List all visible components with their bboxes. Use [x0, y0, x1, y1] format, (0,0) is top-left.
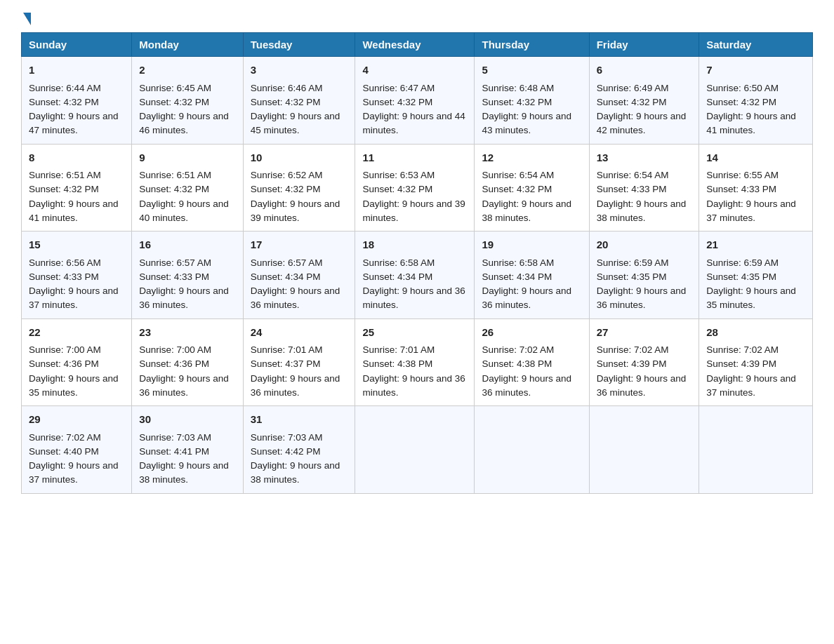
- day-number: 21: [706, 237, 805, 253]
- sunrise-text: Sunrise: 7:00 AM: [139, 344, 211, 355]
- sunrise-text: Sunrise: 6:45 AM: [139, 83, 211, 93]
- sunrise-text: Sunrise: 6:58 AM: [362, 257, 435, 268]
- sunset-text: Sunset: 4:33 PM: [29, 271, 99, 282]
- sunset-text: Sunset: 4:33 PM: [139, 271, 209, 282]
- daylight-text: Daylight: 9 hours and 36 minutes.: [139, 286, 229, 310]
- sunrise-text: Sunrise: 6:58 AM: [482, 257, 554, 268]
- calendar-cell: 23Sunrise: 7:00 AMSunset: 4:36 PMDayligh…: [132, 318, 243, 406]
- sunset-text: Sunset: 4:40 PM: [29, 446, 99, 457]
- col-sunday: Sunday: [22, 33, 132, 57]
- sunset-text: Sunset: 4:32 PM: [597, 97, 667, 107]
- calendar-cell: 19Sunrise: 6:58 AMSunset: 4:34 PMDayligh…: [475, 232, 589, 319]
- sunrise-text: Sunrise: 6:59 AM: [597, 257, 669, 268]
- daylight-text: Daylight: 9 hours and 45 minutes.: [251, 111, 340, 135]
- sunset-text: Sunset: 4:32 PM: [139, 97, 209, 107]
- sunrise-text: Sunrise: 6:44 AM: [29, 83, 101, 93]
- daylight-text: Daylight: 9 hours and 36 minutes.: [362, 286, 465, 310]
- calendar-cell: [475, 406, 589, 494]
- day-number: 8: [29, 150, 124, 166]
- sunset-text: Sunset: 4:32 PM: [706, 97, 776, 107]
- day-number: 9: [139, 150, 235, 166]
- calendar-cell: 11Sunrise: 6:53 AMSunset: 4:32 PMDayligh…: [355, 144, 475, 232]
- daylight-text: Daylight: 9 hours and 36 minutes.: [482, 286, 571, 310]
- daylight-text: Daylight: 9 hours and 37 minutes.: [29, 460, 119, 485]
- sunrise-text: Sunrise: 7:01 AM: [251, 344, 323, 355]
- sunrise-text: Sunrise: 6:54 AM: [482, 170, 554, 180]
- calendar-cell: 20Sunrise: 6:59 AMSunset: 4:35 PMDayligh…: [589, 232, 699, 319]
- calendar-cell: [355, 406, 475, 494]
- calendar-cell: [699, 406, 813, 494]
- sunrise-text: Sunrise: 6:51 AM: [29, 170, 101, 180]
- sunset-text: Sunset: 4:32 PM: [482, 97, 552, 107]
- calendar-cell: 17Sunrise: 6:57 AMSunset: 4:34 PMDayligh…: [243, 232, 355, 319]
- sunset-text: Sunset: 4:33 PM: [597, 184, 667, 194]
- calendar-cell: 22Sunrise: 7:00 AMSunset: 4:36 PMDayligh…: [22, 318, 132, 406]
- sunset-text: Sunset: 4:32 PM: [251, 184, 321, 194]
- calendar-cell: 6Sunrise: 6:49 AMSunset: 4:32 PMDaylight…: [589, 57, 699, 145]
- sunset-text: Sunset: 4:41 PM: [139, 446, 209, 457]
- sunset-text: Sunset: 4:32 PM: [482, 184, 552, 194]
- day-number: 26: [482, 325, 581, 341]
- day-number: 15: [29, 237, 124, 253]
- sunrise-text: Sunrise: 7:02 AM: [482, 344, 554, 355]
- day-number: 27: [597, 325, 692, 341]
- daylight-text: Daylight: 9 hours and 36 minutes.: [251, 286, 340, 310]
- daylight-text: Daylight: 9 hours and 47 minutes.: [29, 111, 119, 135]
- sunset-text: Sunset: 4:38 PM: [482, 358, 552, 369]
- sunrise-text: Sunrise: 7:02 AM: [706, 344, 779, 355]
- calendar-week-row: 29Sunrise: 7:02 AMSunset: 4:40 PMDayligh…: [22, 406, 813, 494]
- day-number: 14: [706, 150, 805, 166]
- calendar-cell: 13Sunrise: 6:54 AMSunset: 4:33 PMDayligh…: [589, 144, 699, 232]
- calendar-week-row: 8Sunrise: 6:51 AMSunset: 4:32 PMDaylight…: [22, 144, 813, 232]
- sunset-text: Sunset: 4:32 PM: [139, 184, 209, 194]
- col-friday: Friday: [589, 33, 699, 57]
- sunset-text: Sunset: 4:39 PM: [597, 358, 667, 369]
- calendar-cell: 3Sunrise: 6:46 AMSunset: 4:32 PMDaylight…: [243, 57, 355, 145]
- sunrise-text: Sunrise: 6:49 AM: [597, 83, 669, 93]
- day-number: 16: [139, 237, 235, 253]
- daylight-text: Daylight: 9 hours and 37 minutes.: [706, 199, 796, 223]
- sunrise-text: Sunrise: 6:56 AM: [29, 257, 101, 268]
- calendar-cell: 16Sunrise: 6:57 AMSunset: 4:33 PMDayligh…: [132, 232, 243, 319]
- calendar-cell: 18Sunrise: 6:58 AMSunset: 4:34 PMDayligh…: [355, 232, 475, 319]
- calendar-table: Sunday Monday Tuesday Wednesday Thursday…: [21, 32, 813, 494]
- calendar-cell: 12Sunrise: 6:54 AMSunset: 4:32 PMDayligh…: [475, 144, 589, 232]
- calendar-cell: 25Sunrise: 7:01 AMSunset: 4:38 PMDayligh…: [355, 318, 475, 406]
- calendar-cell: 4Sunrise: 6:47 AMSunset: 4:32 PMDaylight…: [355, 57, 475, 145]
- daylight-text: Daylight: 9 hours and 36 minutes.: [139, 373, 229, 398]
- day-number: 6: [597, 62, 692, 79]
- calendar-cell: 24Sunrise: 7:01 AMSunset: 4:37 PMDayligh…: [243, 318, 355, 406]
- calendar-cell: 28Sunrise: 7:02 AMSunset: 4:39 PMDayligh…: [699, 318, 813, 406]
- sunset-text: Sunset: 4:32 PM: [251, 97, 321, 107]
- daylight-text: Daylight: 9 hours and 41 minutes.: [29, 199, 119, 223]
- daylight-text: Daylight: 9 hours and 46 minutes.: [139, 111, 229, 135]
- sunrise-text: Sunrise: 7:02 AM: [29, 432, 101, 443]
- sunrise-text: Sunrise: 7:03 AM: [139, 432, 211, 443]
- calendar-cell: 2Sunrise: 6:45 AMSunset: 4:32 PMDaylight…: [132, 57, 243, 145]
- calendar-cell: 30Sunrise: 7:03 AMSunset: 4:41 PMDayligh…: [132, 406, 243, 494]
- day-number: 28: [706, 325, 805, 341]
- calendar-cell: 29Sunrise: 7:02 AMSunset: 4:40 PMDayligh…: [22, 406, 132, 494]
- sunrise-text: Sunrise: 7:01 AM: [362, 344, 435, 355]
- col-thursday: Thursday: [475, 33, 589, 57]
- calendar-cell: 26Sunrise: 7:02 AMSunset: 4:38 PMDayligh…: [475, 318, 589, 406]
- daylight-text: Daylight: 9 hours and 43 minutes.: [482, 111, 571, 135]
- sunset-text: Sunset: 4:32 PM: [362, 184, 432, 194]
- daylight-text: Daylight: 9 hours and 38 minutes.: [139, 460, 229, 485]
- daylight-text: Daylight: 9 hours and 38 minutes.: [482, 199, 571, 223]
- col-saturday: Saturday: [699, 33, 813, 57]
- calendar-cell: 15Sunrise: 6:56 AMSunset: 4:33 PMDayligh…: [22, 232, 132, 319]
- sunrise-text: Sunrise: 6:46 AM: [251, 83, 323, 93]
- col-tuesday: Tuesday: [243, 33, 355, 57]
- sunset-text: Sunset: 4:35 PM: [597, 271, 667, 282]
- day-number: 5: [482, 62, 581, 79]
- day-number: 7: [706, 62, 805, 79]
- daylight-text: Daylight: 9 hours and 37 minutes.: [706, 373, 796, 398]
- sunset-text: Sunset: 4:34 PM: [362, 271, 432, 282]
- day-number: 10: [251, 150, 348, 166]
- daylight-text: Daylight: 9 hours and 38 minutes.: [597, 199, 687, 223]
- sunrise-text: Sunrise: 6:50 AM: [706, 83, 779, 93]
- sunset-text: Sunset: 4:32 PM: [362, 97, 432, 107]
- sunrise-text: Sunrise: 6:54 AM: [597, 170, 669, 180]
- sunrise-text: Sunrise: 7:00 AM: [29, 344, 101, 355]
